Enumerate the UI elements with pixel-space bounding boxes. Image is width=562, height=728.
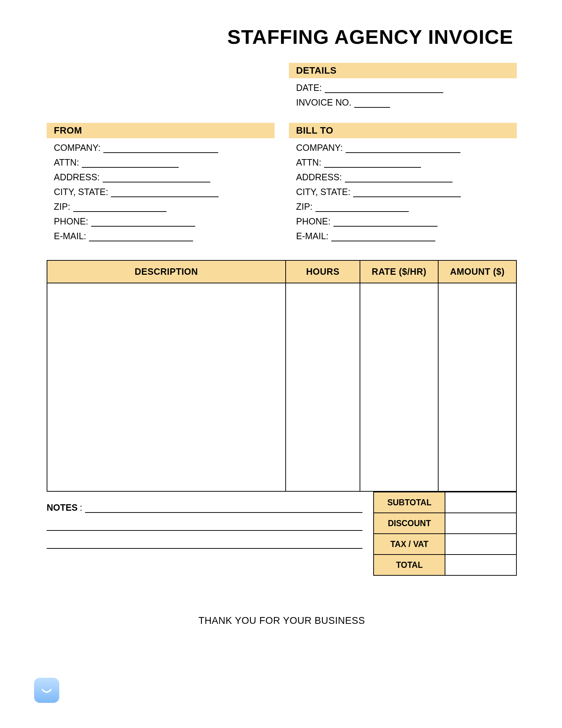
notes-totals-row: NOTES: SUBTOTALDISCOUNTTAX / VATTOTAL <box>47 492 517 576</box>
billto-section: BILL TO COMPANY:ATTN:ADDRESS:CITY, STATE… <box>289 123 517 246</box>
notes-colon: : <box>80 502 85 513</box>
field-label: ATTN: <box>54 157 82 168</box>
field-label: PHONE: <box>296 216 333 227</box>
field-label: ADDRESS: <box>296 172 345 182</box>
from-billto-row: FROM COMPANY:ATTN:ADDRESS:CITY, STATE:ZI… <box>47 123 517 246</box>
page-title: STAFFING AGENCY INVOICE <box>47 25 517 48</box>
totals-value[interactable] <box>445 513 516 534</box>
table-header-row: DESCRIPTIONHOURSRATE ($/HR)AMOUNT ($) <box>47 260 516 283</box>
field-input-line[interactable] <box>354 100 390 108</box>
details-row: DETAILS DATE:INVOICE NO. <box>47 63 517 112</box>
field-input-line[interactable] <box>89 233 193 241</box>
totals-label: SUBTOTAL <box>374 492 445 513</box>
invoice-page: STAFFING AGENCY INVOICE DETAILS DATE:INV… <box>47 25 517 626</box>
field-label: DATE: <box>296 83 325 93</box>
table-header-cell: HOURS <box>286 260 360 283</box>
field-input-line[interactable] <box>331 233 435 241</box>
billto-field: ATTN: <box>296 157 517 168</box>
field-input-line[interactable] <box>111 189 219 197</box>
line-items-table-wrap: DESCRIPTIONHOURSRATE ($/HR)AMOUNT ($) <box>47 260 517 492</box>
table-row <box>47 283 516 491</box>
line-items-table: DESCRIPTIONHOURSRATE ($/HR)AMOUNT ($) <box>47 260 517 492</box>
from-field: E-MAIL: <box>54 231 275 241</box>
field-input-line[interactable] <box>103 145 218 153</box>
details-field: DATE: <box>296 83 517 93</box>
notes-line <box>47 541 362 549</box>
field-input-line[interactable] <box>346 145 460 153</box>
totals-row: SUBTOTAL <box>374 492 516 513</box>
totals-row: TOTAL <box>374 555 516 575</box>
field-label: ADDRESS: <box>54 172 103 182</box>
totals-value[interactable] <box>445 534 516 555</box>
table-header-cell: RATE ($/HR) <box>360 260 438 283</box>
from-header: FROM <box>47 123 275 138</box>
notes-line: NOTES: <box>47 502 362 513</box>
table-header-cell: AMOUNT ($) <box>438 260 516 283</box>
field-input-line[interactable] <box>324 160 421 168</box>
notes-input-line[interactable] <box>47 523 362 531</box>
field-label: ATTN: <box>296 157 324 168</box>
field-label: COMPANY: <box>296 143 346 153</box>
from-field: CITY, STATE: <box>54 187 275 197</box>
field-label: ZIP: <box>54 201 73 212</box>
field-label: CITY, STATE: <box>54 187 111 197</box>
details-header: DETAILS <box>289 63 517 78</box>
field-label: CITY, STATE: <box>296 187 353 197</box>
notes-input-line[interactable] <box>47 541 362 549</box>
totals-table: SUBTOTALDISCOUNTTAX / VATTOTAL <box>373 492 517 576</box>
field-input-line[interactable] <box>333 219 437 227</box>
field-input-line[interactable] <box>325 85 443 93</box>
field-label: PHONE: <box>54 216 91 227</box>
from-field: ADDRESS: <box>54 172 275 182</box>
notes-input-line[interactable] <box>85 505 362 513</box>
field-input-line[interactable] <box>91 219 195 227</box>
from-field: ZIP: <box>54 201 275 212</box>
field-input-line[interactable] <box>353 189 461 197</box>
totals-label: DISCOUNT <box>374 513 445 534</box>
totals-row: DISCOUNT <box>374 513 516 534</box>
billto-field: PHONE: <box>296 216 517 227</box>
from-field: PHONE: <box>54 216 275 227</box>
details-section: DETAILS DATE:INVOICE NO. <box>289 63 517 112</box>
field-label: ZIP: <box>296 201 315 212</box>
field-label: INVOICE NO. <box>296 97 354 108</box>
from-field: COMPANY: <box>54 143 275 153</box>
totals-label: TOTAL <box>374 555 445 575</box>
notes-line <box>47 523 362 531</box>
table-cell[interactable] <box>360 283 438 491</box>
totals-value[interactable] <box>445 555 516 575</box>
totals-row: TAX / VAT <box>374 534 516 555</box>
field-input-line[interactable] <box>82 160 179 168</box>
field-input-line[interactable] <box>73 204 167 212</box>
details-field: INVOICE NO. <box>296 97 517 108</box>
billto-header: BILL TO <box>289 123 517 138</box>
table-header-cell: DESCRIPTION <box>47 260 286 283</box>
table-cell[interactable] <box>47 283 286 491</box>
table-cell[interactable] <box>286 283 360 491</box>
billto-field: E-MAIL: <box>296 231 517 241</box>
billto-field: ADDRESS: <box>296 172 517 182</box>
table-cell[interactable] <box>438 283 516 491</box>
billto-field: ZIP: <box>296 201 517 212</box>
field-input-line[interactable] <box>345 175 453 182</box>
from-section: FROM COMPANY:ATTN:ADDRESS:CITY, STATE:ZI… <box>47 123 275 246</box>
field-input-line[interactable] <box>103 175 210 182</box>
field-label: E-MAIL: <box>54 231 89 241</box>
notes-label: NOTES <box>47 502 80 513</box>
from-field: ATTN: <box>54 157 275 168</box>
footer-thanks: THANK YOU FOR YOUR BUSINESS <box>47 615 517 626</box>
smile-icon <box>34 678 59 703</box>
field-label: COMPANY: <box>54 143 103 153</box>
field-label: E-MAIL: <box>296 231 331 241</box>
totals-label: TAX / VAT <box>374 534 445 555</box>
billto-field: CITY, STATE: <box>296 187 517 197</box>
notes-section: NOTES: <box>47 492 373 559</box>
field-input-line[interactable] <box>315 204 409 212</box>
totals-value[interactable] <box>445 492 516 513</box>
billto-field: COMPANY: <box>296 143 517 153</box>
